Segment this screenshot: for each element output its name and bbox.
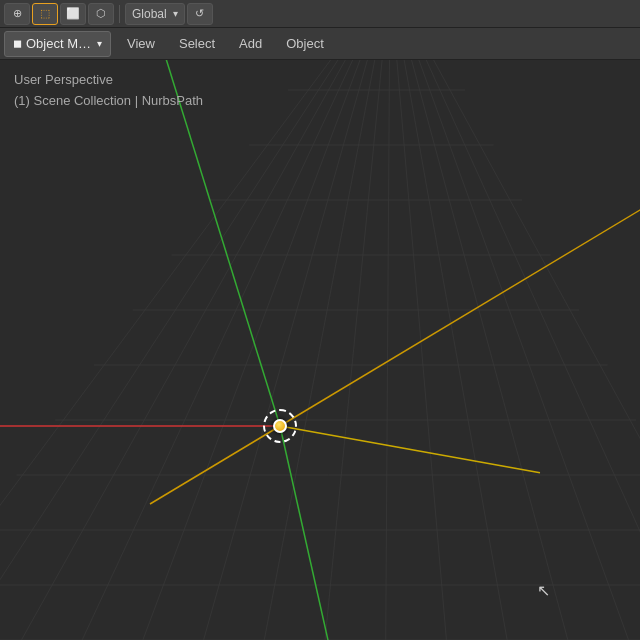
global-label: Global — [132, 7, 167, 21]
mode-selector[interactable]: ◼ Object M… — [4, 31, 111, 57]
select-box-btn[interactable]: ⬚ — [32, 3, 58, 25]
viewport[interactable]: User Perspective (1) Scene Collection | … — [0, 60, 640, 640]
separator-1 — [119, 5, 120, 23]
pivot-btn[interactable]: ↺ — [187, 3, 213, 25]
select-circle-btn[interactable]: ⬜ — [60, 3, 86, 25]
menu-add[interactable]: Add — [227, 31, 274, 57]
mode-icon: ◼ — [13, 37, 22, 50]
mode-label: Object M… — [26, 36, 91, 51]
crosshair-icon-btn[interactable]: ⊕ — [4, 3, 30, 25]
menu-view[interactable]: View — [115, 31, 167, 57]
menu-object[interactable]: Object — [274, 31, 336, 57]
global-dropdown[interactable]: Global — [125, 3, 185, 25]
menu-select[interactable]: Select — [167, 31, 227, 57]
top-toolbar: ⊕ ⬚ ⬜ ⬡ Global ↺ — [0, 0, 640, 28]
menu-bar: ◼ Object M… View Select Add Object — [0, 28, 640, 60]
grid-canvas — [0, 60, 640, 640]
select-lasso-btn[interactable]: ⬡ — [88, 3, 114, 25]
